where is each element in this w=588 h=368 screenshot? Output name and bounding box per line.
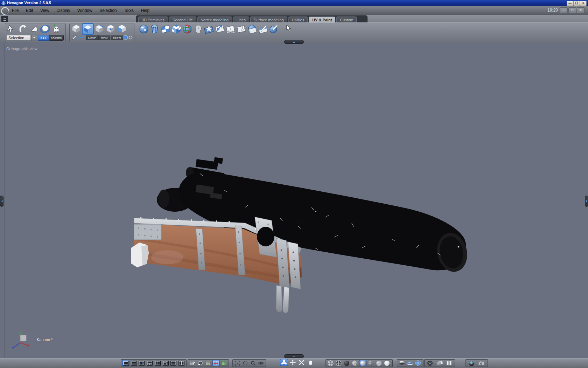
select-edge-cube-icon[interactable] <box>94 23 105 34</box>
zoom-view-icon[interactable] <box>250 360 257 366</box>
matte-icon[interactable] <box>375 360 383 366</box>
layout-quad-icon[interactable] <box>130 360 138 366</box>
uv-box-checker-icon[interactable] <box>171 24 182 34</box>
viewport-layout-group <box>121 359 187 367</box>
uv-globe-projection-icon[interactable] <box>182 24 192 34</box>
textured-icon[interactable] <box>367 360 374 366</box>
subdivision-group <box>397 359 424 367</box>
selection-mode-dropdown[interactable]: Selection <box>6 35 31 40</box>
cannon-model <box>0 43 588 358</box>
rotate-view-icon[interactable] <box>280 359 288 366</box>
uvmap-edit-icon[interactable] <box>189 360 196 366</box>
menu-item-help[interactable]: Help <box>138 6 152 15</box>
smooth-shading-icon[interactable] <box>359 360 366 366</box>
panel-collapse-handle[interactable] <box>1 16 8 22</box>
select-object-cube-icon[interactable] <box>71 23 82 34</box>
menu-item-display[interactable]: Display <box>54 6 73 15</box>
layout-split-right-icon[interactable] <box>162 360 169 366</box>
flower-icon[interactable] <box>414 360 422 366</box>
grid-view-icon[interactable] <box>220 360 227 366</box>
menu-item-tools[interactable]: Tools <box>121 6 136 15</box>
pen-mode-icon[interactable] <box>71 35 77 40</box>
wireframe-icon[interactable] <box>327 360 334 366</box>
select-arrow-icon[interactable] <box>6 24 17 34</box>
menubar-minimize-button[interactable]: — <box>560 7 568 14</box>
visibility-icon[interactable] <box>258 360 265 366</box>
fit-view-icon[interactable] <box>234 360 241 366</box>
view-utility-group <box>232 359 266 367</box>
tab-strip: 3D Primitives Second Life Vertex modelin… <box>136 15 368 22</box>
grid-active-icon[interactable] <box>212 360 219 366</box>
axis-gizmo <box>10 329 38 350</box>
uv-brush-plane-icon[interactable] <box>258 24 268 34</box>
pan-view-icon[interactable] <box>242 360 249 366</box>
bright-icon[interactable] <box>383 360 391 366</box>
uv-arrow-plane-icon[interactable] <box>215 24 225 34</box>
shaded-wire-icon[interactable] <box>351 360 358 366</box>
panels-icon[interactable] <box>445 360 454 366</box>
loop-button[interactable]: LOOP <box>86 35 98 40</box>
ring-sphere-icon[interactable] <box>40 24 50 34</box>
render-group <box>465 359 488 367</box>
uv-head-icon[interactable] <box>193 24 203 34</box>
layout-split-left-icon[interactable] <box>154 360 161 366</box>
uv-plane-checker-icon[interactable] <box>160 24 171 34</box>
soft-select-icon[interactable] <box>128 35 133 40</box>
camera-button[interactable]: CAMERA <box>49 35 64 41</box>
select-all-cube-icon[interactable] <box>116 23 127 34</box>
title-close-button[interactable]: × <box>580 1 587 6</box>
grab-view-icon[interactable] <box>306 359 314 366</box>
snap-grid-icon[interactable] <box>123 35 128 40</box>
layout-two-rows-icon[interactable] <box>170 360 177 366</box>
layout-two-columns-icon[interactable] <box>178 360 185 366</box>
menu-item-view[interactable]: View <box>37 6 52 15</box>
menu-item-file[interactable]: File <box>9 6 21 15</box>
uv-unfold-plane-icon[interactable] <box>225 24 236 34</box>
betw-button[interactable]: BETW <box>111 35 123 40</box>
menubar-close-button[interactable]: × <box>577 7 584 14</box>
selection-dropdown-arrow[interactable]: ▼ <box>31 35 37 41</box>
window-title: Hexagon Version 2.5.0.5 <box>7 1 51 5</box>
menu-item-window[interactable]: Window <box>75 6 95 15</box>
select-vertex-cube-icon[interactable] <box>105 23 116 34</box>
cylinder-icon[interactable] <box>435 360 444 366</box>
app-window-icon <box>1 1 6 5</box>
left-panel-handle[interactable] <box>0 196 4 207</box>
uv-sphere-icon[interactable] <box>139 24 149 34</box>
move-view-icon[interactable] <box>289 359 297 366</box>
layout-three-top-icon[interactable] <box>146 360 153 366</box>
dome-icon[interactable] <box>406 360 414 366</box>
title-minimize-button[interactable]: — <box>567 1 573 6</box>
uv-sphere-plane-icon[interactable] <box>247 24 258 34</box>
half-sphere-icon[interactable] <box>398 360 406 366</box>
right-panel-handle[interactable] <box>585 196 588 207</box>
select-face-cube-icon[interactable] <box>82 23 94 35</box>
hidden-line-icon[interactable] <box>335 360 342 366</box>
grid-add-icon[interactable] <box>205 360 212 366</box>
uv-cylinder-icon[interactable] <box>149 24 160 34</box>
bottom-panel-handle[interactable] <box>284 354 304 358</box>
uv-star-plane-icon[interactable] <box>204 24 214 34</box>
uv-peel-plane-icon[interactable] <box>236 24 247 34</box>
render-sphere-icon[interactable] <box>467 360 476 366</box>
curve-mode-icon[interactable] <box>78 35 85 40</box>
camera-icon[interactable] <box>477 360 486 366</box>
dolly-view-icon[interactable] <box>298 359 306 366</box>
ghost-icon[interactable] <box>51 24 62 34</box>
menu-item-selection[interactable]: Selection <box>97 6 119 15</box>
wheel-icon[interactable] <box>426 360 434 366</box>
xyz-button[interactable]: XYZ <box>38 35 49 41</box>
paint-object-icon[interactable] <box>197 360 204 366</box>
menu-item-edit[interactable]: Edit <box>23 6 36 15</box>
menubar-maximize-button[interactable]: □ <box>568 7 576 14</box>
ring-button[interactable]: RING <box>98 35 110 40</box>
layout-single-icon[interactable] <box>122 360 130 366</box>
flat-dark-icon[interactable] <box>343 360 350 366</box>
uv-paint-sphere-icon[interactable] <box>269 24 279 34</box>
rotate-select-icon[interactable] <box>18 24 28 34</box>
cone-select-icon[interactable] <box>29 24 39 34</box>
top-panel-handle[interactable] <box>284 40 304 44</box>
title-bar[interactable]: Hexagon Version 2.5.0.5 — ❐ × <box>0 0 588 6</box>
title-restore-button[interactable]: ❐ <box>573 1 580 6</box>
layout-quad-left-icon[interactable] <box>138 360 146 366</box>
